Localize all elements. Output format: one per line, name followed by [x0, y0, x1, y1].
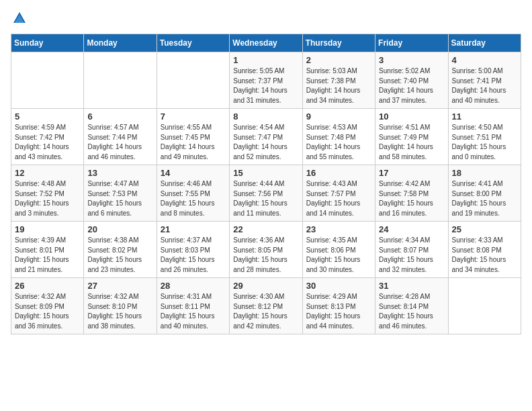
- day-info: Sunrise: 4:41 AMSunset: 8:00 PMDaylight:…: [452, 179, 517, 218]
- day-number: 7: [161, 111, 226, 122]
- day-info: Sunrise: 4:51 AMSunset: 7:49 PMDaylight:…: [379, 123, 444, 162]
- logo: [11, 11, 27, 26]
- day-number: 1: [233, 55, 298, 65]
- calendar-cell: 2 Sunrise: 5:03 AMSunset: 7:38 PMDayligh…: [302, 52, 375, 109]
- calendar-cell: 18 Sunrise: 4:41 AMSunset: 8:00 PMDaylig…: [448, 165, 521, 222]
- day-info: Sunrise: 4:36 AMSunset: 8:05 PMDaylight:…: [233, 236, 298, 275]
- column-header-saturday: Saturday: [448, 34, 521, 52]
- day-info: Sunrise: 4:50 AMSunset: 7:51 PMDaylight:…: [452, 123, 517, 162]
- column-header-friday: Friday: [375, 34, 448, 52]
- day-info: Sunrise: 4:35 AMSunset: 8:06 PMDaylight:…: [306, 236, 371, 275]
- day-info: Sunrise: 4:33 AMSunset: 8:08 PMDaylight:…: [452, 236, 517, 275]
- calendar-cell: [157, 52, 229, 109]
- calendar-cell: 21 Sunrise: 4:37 AMSunset: 8:03 PMDaylig…: [157, 222, 229, 278]
- day-number: 5: [15, 111, 80, 122]
- day-number: 30: [306, 281, 371, 291]
- calendar-cell: 12 Sunrise: 4:48 AMSunset: 7:52 PMDaylig…: [11, 165, 84, 222]
- day-info: Sunrise: 4:29 AMSunset: 8:13 PMDaylight:…: [306, 292, 371, 331]
- calendar-cell: 28 Sunrise: 4:31 AMSunset: 8:11 PMDaylig…: [157, 278, 229, 334]
- day-number: 25: [452, 224, 517, 234]
- column-header-sunday: Sunday: [11, 34, 84, 52]
- calendar-cell: 24 Sunrise: 4:34 AMSunset: 8:07 PMDaylig…: [375, 222, 448, 278]
- day-number: 24: [379, 224, 444, 234]
- day-info: Sunrise: 4:53 AMSunset: 7:48 PMDaylight:…: [306, 123, 371, 162]
- day-number: 6: [87, 111, 152, 122]
- day-info: Sunrise: 4:30 AMSunset: 8:12 PMDaylight:…: [233, 292, 298, 331]
- calendar-week-row: 5 Sunrise: 4:59 AMSunset: 7:42 PMDayligh…: [11, 109, 521, 165]
- day-number: 12: [15, 168, 80, 178]
- day-info: Sunrise: 4:39 AMSunset: 8:01 PMDaylight:…: [15, 236, 80, 275]
- calendar-cell: 23 Sunrise: 4:35 AMSunset: 8:06 PMDaylig…: [302, 222, 375, 278]
- calendar-cell: [448, 278, 521, 334]
- calendar-cell: 16 Sunrise: 4:43 AMSunset: 7:57 PMDaylig…: [302, 165, 375, 222]
- calendar-cell: 20 Sunrise: 4:38 AMSunset: 8:02 PMDaylig…: [84, 222, 157, 278]
- day-number: 27: [87, 281, 152, 291]
- day-info: Sunrise: 4:32 AMSunset: 8:10 PMDaylight:…: [87, 292, 152, 331]
- logo-icon: [12, 11, 27, 26]
- day-info: Sunrise: 4:47 AMSunset: 7:53 PMDaylight:…: [87, 179, 152, 218]
- day-info: Sunrise: 4:37 AMSunset: 8:03 PMDaylight:…: [161, 236, 226, 275]
- day-number: 15: [233, 168, 298, 178]
- day-number: 2: [306, 55, 371, 65]
- day-number: 31: [379, 281, 444, 291]
- day-info: Sunrise: 4:43 AMSunset: 7:57 PMDaylight:…: [306, 179, 371, 218]
- day-info: Sunrise: 4:54 AMSunset: 7:47 PMDaylight:…: [233, 123, 298, 162]
- calendar-week-row: 26 Sunrise: 4:32 AMSunset: 8:09 PMDaylig…: [11, 278, 521, 334]
- day-info: Sunrise: 4:32 AMSunset: 8:09 PMDaylight:…: [15, 292, 80, 331]
- day-number: 29: [233, 281, 298, 291]
- day-info: Sunrise: 4:34 AMSunset: 8:07 PMDaylight:…: [379, 236, 444, 275]
- day-number: 10: [379, 111, 444, 122]
- day-number: 14: [161, 168, 226, 178]
- day-info: Sunrise: 4:44 AMSunset: 7:56 PMDaylight:…: [233, 179, 298, 218]
- day-info: Sunrise: 4:38 AMSunset: 8:02 PMDaylight:…: [87, 236, 152, 275]
- day-info: Sunrise: 4:57 AMSunset: 7:44 PMDaylight:…: [87, 123, 152, 162]
- day-info: Sunrise: 5:05 AMSunset: 7:37 PMDaylight:…: [233, 66, 298, 105]
- calendar-week-row: 12 Sunrise: 4:48 AMSunset: 7:52 PMDaylig…: [11, 165, 521, 222]
- calendar-cell: 5 Sunrise: 4:59 AMSunset: 7:42 PMDayligh…: [11, 109, 84, 165]
- day-info: Sunrise: 5:03 AMSunset: 7:38 PMDaylight:…: [306, 66, 371, 105]
- calendar-cell: [84, 52, 157, 109]
- calendar-cell: 10 Sunrise: 4:51 AMSunset: 7:49 PMDaylig…: [375, 109, 448, 165]
- day-number: 11: [452, 111, 517, 122]
- day-number: 16: [306, 168, 371, 178]
- calendar-cell: 9 Sunrise: 4:53 AMSunset: 7:48 PMDayligh…: [302, 109, 375, 165]
- day-info: Sunrise: 4:42 AMSunset: 7:58 PMDaylight:…: [379, 179, 444, 218]
- day-info: Sunrise: 5:02 AMSunset: 7:40 PMDaylight:…: [379, 66, 444, 105]
- day-number: 20: [87, 224, 152, 234]
- calendar-cell: [11, 52, 84, 109]
- column-header-thursday: Thursday: [302, 34, 375, 52]
- day-number: 28: [161, 281, 226, 291]
- calendar-cell: 29 Sunrise: 4:30 AMSunset: 8:12 PMDaylig…: [230, 278, 302, 334]
- calendar-cell: 8 Sunrise: 4:54 AMSunset: 7:47 PMDayligh…: [230, 109, 302, 165]
- calendar-cell: 31 Sunrise: 4:28 AMSunset: 8:14 PMDaylig…: [375, 278, 448, 334]
- calendar-cell: 6 Sunrise: 4:57 AMSunset: 7:44 PMDayligh…: [84, 109, 157, 165]
- column-header-tuesday: Tuesday: [157, 34, 229, 52]
- calendar-cell: 27 Sunrise: 4:32 AMSunset: 8:10 PMDaylig…: [84, 278, 157, 334]
- column-header-wednesday: Wednesday: [230, 34, 302, 52]
- calendar-table: SundayMondayTuesdayWednesdayThursdayFrid…: [11, 34, 521, 334]
- calendar-cell: 15 Sunrise: 4:44 AMSunset: 7:56 PMDaylig…: [230, 165, 302, 222]
- day-info: Sunrise: 4:48 AMSunset: 7:52 PMDaylight:…: [15, 179, 80, 218]
- day-number: 9: [306, 111, 371, 122]
- calendar-week-row: 1 Sunrise: 5:05 AMSunset: 7:37 PMDayligh…: [11, 52, 521, 109]
- calendar-cell: 14 Sunrise: 4:46 AMSunset: 7:55 PMDaylig…: [157, 165, 229, 222]
- day-info: Sunrise: 4:31 AMSunset: 8:11 PMDaylight:…: [161, 292, 226, 331]
- calendar-cell: 17 Sunrise: 4:42 AMSunset: 7:58 PMDaylig…: [375, 165, 448, 222]
- day-number: 21: [161, 224, 226, 234]
- day-number: 26: [15, 281, 80, 291]
- day-number: 19: [15, 224, 80, 234]
- day-number: 13: [87, 168, 152, 178]
- calendar-cell: 3 Sunrise: 5:02 AMSunset: 7:40 PMDayligh…: [375, 52, 448, 109]
- day-info: Sunrise: 4:55 AMSunset: 7:45 PMDaylight:…: [161, 123, 226, 162]
- day-number: 18: [452, 168, 517, 178]
- day-info: Sunrise: 4:46 AMSunset: 7:55 PMDaylight:…: [161, 179, 226, 218]
- calendar-cell: 7 Sunrise: 4:55 AMSunset: 7:45 PMDayligh…: [157, 109, 229, 165]
- calendar-cell: 26 Sunrise: 4:32 AMSunset: 8:09 PMDaylig…: [11, 278, 84, 334]
- day-number: 23: [306, 224, 371, 234]
- calendar-cell: 19 Sunrise: 4:39 AMSunset: 8:01 PMDaylig…: [11, 222, 84, 278]
- day-number: 17: [379, 168, 444, 178]
- calendar-cell: 11 Sunrise: 4:50 AMSunset: 7:51 PMDaylig…: [448, 109, 521, 165]
- day-info: Sunrise: 4:59 AMSunset: 7:42 PMDaylight:…: [15, 123, 80, 162]
- page-header: [11, 11, 521, 26]
- day-info: Sunrise: 5:00 AMSunset: 7:41 PMDaylight:…: [452, 66, 517, 105]
